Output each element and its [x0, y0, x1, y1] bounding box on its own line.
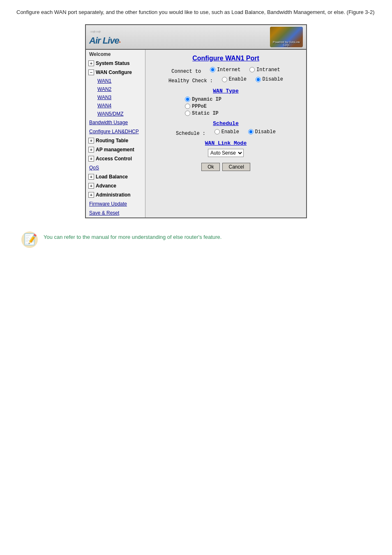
expand-icon-access-control: + — [88, 156, 94, 162]
healthy-disable-radio[interactable] — [256, 77, 261, 82]
cancel-button[interactable]: Cancel — [222, 163, 250, 171]
pppoe-label: PPPoE — [192, 104, 207, 109]
intranet-radio[interactable] — [249, 67, 255, 72]
internet-label: Internet — [217, 67, 241, 73]
sched-enable-group[interactable]: Enable — [214, 129, 239, 135]
expand-icon-wan-configure: − — [88, 69, 94, 75]
ok-button[interactable]: Ok — [201, 163, 220, 171]
expand-icon-advance: + — [88, 183, 94, 189]
expand-icon-system-status: + — [88, 60, 94, 66]
sidebar-item-bandwidth-usage[interactable]: Bandwidth Usage — [86, 118, 145, 127]
sidebar-item-wan2[interactable]: WAN2 — [94, 85, 145, 93]
wan-sub-menu: WAN1 WAN2 WAN3 WAN4 WAN5/DMZ — [86, 77, 145, 118]
wan-link-mode-title: WAN Link Mode — [152, 140, 300, 146]
wan-configure-label: WAN Configure — [96, 69, 132, 75]
action-buttons: Ok Cancel — [152, 163, 300, 171]
sidebar-item-administration[interactable]: + Administration — [86, 190, 145, 199]
svg-text:📝: 📝 — [24, 233, 37, 246]
note-section: 📝 You can refer to the manual for more u… — [16, 231, 376, 251]
main-title: Configure WAN1 Port — [152, 55, 300, 62]
hc-enable-group[interactable]: Enable — [222, 76, 247, 82]
sidebar-item-advance[interactable]: + Advance — [86, 181, 145, 190]
sidebar-item-wan-configure[interactable]: − WAN Configure — [86, 68, 145, 77]
healthy-disable-label: Disable — [263, 76, 283, 82]
dynamic-ip-radio[interactable] — [185, 97, 190, 102]
sidebar-item-welcome[interactable]: Welcome — [86, 50, 145, 59]
router-ui-frame: ➟➟ Air Live• Powered by OvisLink Corp. W… — [85, 24, 307, 218]
expand-icon-routing-table: + — [88, 138, 94, 143]
routing-table-label: Routing Table — [96, 138, 128, 143]
schedule-enable-radio[interactable] — [214, 129, 220, 134]
healthy-enable-label: Enable — [229, 76, 247, 82]
schedule-disable-label: Disable — [255, 129, 276, 135]
static-ip-radio[interactable] — [185, 111, 190, 116]
dynamic-ip-option[interactable]: Dynamic IP — [185, 97, 300, 102]
access-control-label: Access Control — [96, 156, 132, 162]
note-svg-icon: 📝 — [21, 231, 39, 249]
router-body: Welcome + System Status − WAN Configure … — [86, 50, 306, 217]
auto-sense-row: Auto Sense 10 Half 10 Full 100 Half 100 … — [152, 149, 300, 157]
note-text: You can refer to the manual for more und… — [44, 231, 221, 241]
sched-disable-group[interactable]: Disable — [248, 129, 276, 135]
logo-dot: • — [119, 40, 120, 44]
schedule-enable-label: Enable — [221, 129, 239, 135]
dynamic-ip-label: Dynamic IP — [192, 97, 221, 102]
pppoe-radio[interactable] — [185, 104, 190, 109]
schedule-line: Schedule : Enable Disable — [152, 129, 300, 136]
router-header: ➟➟ Air Live• Powered by OvisLink Corp. — [86, 25, 306, 50]
expand-icon-administration: + — [88, 192, 94, 198]
schedule-title: Schedule — [152, 120, 300, 127]
main-content: Configure WAN1 Port Connect to Internet … — [145, 50, 306, 217]
expand-icon-ap-management: + — [88, 147, 94, 153]
intranet-label: Intranet — [256, 67, 280, 73]
sidebar-item-configure-lan-dhcp[interactable]: Configure LAN&DHCP — [86, 127, 145, 136]
sidebar-item-wan4[interactable]: WAN4 — [94, 102, 145, 110]
internet-radio[interactable] — [210, 67, 215, 72]
wan-link-mode-select[interactable]: Auto Sense 10 Half 10 Full 100 Half 100 … — [208, 149, 244, 157]
intranet-radio-group[interactable]: Intranet — [249, 67, 280, 73]
sidebar-item-wan5-dmz[interactable]: WAN5/DMZ — [94, 110, 145, 118]
note-icon: 📝 — [21, 231, 39, 251]
schedule-label: Schedule : — [176, 130, 205, 136]
sidebar-item-load-balance[interactable]: + Load Balance — [86, 172, 145, 181]
ap-management-label: AP management — [96, 147, 134, 153]
administration-label: Administration — [96, 192, 131, 198]
airlive-logo: ➟➟ Air Live• — [89, 28, 120, 46]
expand-icon-load-balance: + — [88, 174, 94, 180]
sidebar-item-access-control[interactable]: + Access Control — [86, 154, 145, 163]
wan-type-options: Dynamic IP PPPoE Static IP — [152, 97, 300, 116]
sidebar-item-qos[interactable]: QoS — [86, 163, 145, 172]
intro-paragraph: Configure each WAN port separately, and … — [16, 8, 376, 17]
wan-type-title: WAN Type — [152, 88, 300, 94]
schedule-disable-radio[interactable] — [248, 129, 254, 134]
system-status-label: System Status — [96, 60, 130, 66]
internet-radio-group[interactable]: Internet — [210, 67, 241, 73]
advance-label: Advance — [96, 183, 116, 189]
healthy-check-line: Healthy Check : Enable Disable — [152, 76, 300, 84]
sidebar: Welcome + System Status − WAN Configure … — [86, 50, 145, 217]
sidebar-item-save-reset[interactable]: Save & Reset — [86, 208, 145, 217]
static-ip-label: Static IP — [192, 111, 219, 116]
sidebar-item-wan1[interactable]: WAN1 — [94, 77, 145, 85]
connect-to-line: Connect to Internet Intranet — [152, 67, 300, 74]
powered-by-badge: Powered by OvisLink Corp. — [270, 27, 303, 47]
pppoe-option[interactable]: PPPoE — [185, 104, 300, 109]
logo-air: Air Live — [89, 35, 119, 46]
sidebar-item-system-status[interactable]: + System Status — [86, 59, 145, 68]
hc-disable-group[interactable]: Disable — [256, 76, 283, 82]
sidebar-item-routing-table[interactable]: + Routing Table — [86, 136, 145, 145]
powered-text: Powered by OvisLink Corp. — [270, 41, 303, 46]
healthy-enable-radio[interactable] — [222, 77, 227, 82]
sidebar-item-ap-management[interactable]: + AP management — [86, 145, 145, 154]
load-balance-label: Load Balance — [96, 174, 128, 180]
sidebar-item-firmware-update[interactable]: Firmware Update — [86, 199, 145, 208]
healthy-check-label: Healthy Check : — [168, 78, 213, 84]
connect-label: Connect to — [171, 68, 201, 74]
sidebar-item-wan3[interactable]: WAN3 — [94, 93, 145, 102]
static-ip-option[interactable]: Static IP — [185, 111, 300, 116]
